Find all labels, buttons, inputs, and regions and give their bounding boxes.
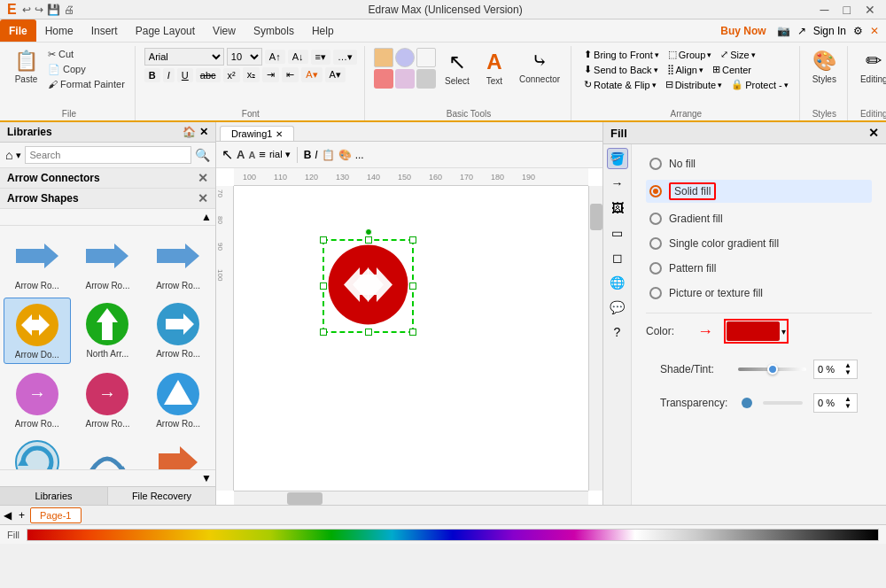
drawing1-tab[interactable]: Drawing1 ✕ — [220, 126, 294, 141]
list-item[interactable]: → Arrow Ro... — [74, 368, 142, 432]
outdent-btn[interactable]: ⇤ — [282, 67, 299, 82]
list-item[interactable]: Arched R... — [74, 436, 142, 469]
drawing-area[interactable] — [234, 186, 588, 491]
text-btn[interactable]: A Text — [478, 48, 510, 88]
menu-close-icon[interactable]: ✕ — [870, 25, 879, 37]
canvas-more-icon[interactable]: ... — [355, 149, 364, 161]
maximize-btn[interactable]: □ — [840, 3, 854, 17]
list-item[interactable]: Arrow For... — [144, 436, 212, 469]
lib-dropdown-icon[interactable]: ▾ — [16, 150, 21, 161]
pattern-fill-option[interactable]: Pattern fill — [646, 259, 872, 277]
handle-tc[interactable] — [365, 236, 372, 244]
minimize-btn[interactable]: ─ — [817, 3, 833, 17]
h-scroll-thumb[interactable] — [287, 492, 323, 505]
styles-btn[interactable]: 🎨 Styles — [809, 48, 840, 86]
italic-btn[interactable]: I — [163, 68, 175, 82]
v-scroll-thumb[interactable] — [590, 204, 602, 230]
close-fill-panel-btn[interactable]: ✕ — [868, 126, 879, 140]
libraries-tab[interactable]: Libraries — [0, 487, 108, 505]
shade-slider[interactable] — [738, 368, 806, 371]
format-painter-btn[interactable]: 🖌 Format Painter — [45, 78, 128, 90]
picture-fill-option[interactable]: Picture or texture fill — [646, 284, 872, 302]
shape-3-btn[interactable] — [416, 48, 436, 67]
shape-rect-btn[interactable] — [374, 48, 393, 67]
menu-view[interactable]: View — [204, 19, 245, 42]
send-to-back-btn[interactable]: ⬇ Send to Back ▾ — [580, 63, 661, 76]
v-scrollbar[interactable] — [588, 186, 602, 491]
align-btn[interactable]: ⣿ Align ▾ — [664, 63, 707, 76]
canvas-paste-icon[interactable]: 📋 — [322, 149, 335, 161]
copy-btn[interactable]: 📄 Copy — [45, 63, 128, 76]
menu-page-layout[interactable]: Page Layout — [127, 19, 204, 42]
shape-6-btn[interactable] — [416, 69, 436, 89]
close-btn[interactable]: ✕ — [861, 3, 879, 17]
transparency-value-input[interactable]: 0 % ▲ ▼ — [813, 393, 858, 413]
shape-4-btn[interactable] — [374, 69, 393, 89]
fill-question-icon[interactable]: ? — [607, 321, 628, 343]
color-dropdown-btn[interactable]: ▾ — [781, 327, 786, 337]
file-recovery-tab[interactable]: File Recovery — [108, 487, 215, 505]
h-scrollbar[interactable] — [234, 491, 588, 505]
sign-in-btn[interactable]: Sign In — [813, 25, 846, 37]
no-fill-option[interactable]: No fill — [646, 155, 872, 173]
paste-btn[interactable]: 📋 Paste — [11, 48, 42, 86]
transparency-down-btn[interactable]: ▼ — [844, 403, 857, 410]
shade-down-btn[interactable]: ▼ — [844, 369, 857, 376]
list-item[interactable]: Arrow Ro... — [144, 368, 212, 432]
list-item[interactable]: Arrow Ro... — [4, 229, 71, 294]
underline-btn[interactable]: U — [177, 68, 193, 82]
close-libraries-icon[interactable]: ✕ — [199, 126, 208, 138]
fill-arrow-icon[interactable]: → — [607, 173, 628, 194]
list-item[interactable]: Circular R... — [4, 436, 71, 469]
center-btn[interactable]: ⊞ Center — [709, 63, 755, 76]
font-family-select[interactable]: Arial — [144, 48, 224, 66]
handle-mr[interactable] — [409, 282, 416, 290]
redo-icon[interactable]: ↪ — [35, 4, 43, 16]
list-item[interactable]: → Arrow Ro... — [4, 368, 71, 432]
list-item[interactable]: Arrow Ro... — [144, 298, 212, 364]
color-palette-bar[interactable] — [27, 529, 879, 541]
lib-category-arrow-connectors[interactable]: Arrow Connectors ✕ — [0, 168, 215, 189]
transparency-thumb[interactable] — [742, 398, 752, 408]
gradient-fill-option[interactable]: Gradient fill — [646, 210, 872, 228]
subscript-btn[interactable]: x₂ — [243, 67, 260, 82]
menu-home[interactable]: Home — [36, 19, 82, 42]
indent-btn[interactable]: ⇥ — [262, 67, 279, 82]
page-1-tab[interactable]: Page-1 — [30, 507, 81, 523]
menu-file[interactable]: File — [0, 19, 36, 42]
align-tool-icon[interactable]: ≡ — [259, 148, 266, 161]
drawing1-tab-close[interactable]: ✕ — [276, 129, 283, 139]
canvas-color-icon[interactable]: 🎨 — [338, 149, 352, 161]
handle-tl[interactable] — [320, 236, 327, 244]
buy-now-btn[interactable]: Buy Now — [713, 25, 773, 37]
fill-shadow-icon[interactable]: ◻ — [607, 247, 628, 268]
font-size-select[interactable]: 10 — [227, 48, 262, 66]
print-icon[interactable]: 🖨 — [64, 4, 74, 16]
undo-icon[interactable]: ↩ — [22, 4, 31, 16]
lib-search-btn[interactable]: 🔍 — [195, 148, 210, 162]
menu-help[interactable]: Help — [303, 19, 343, 42]
lib-search-input[interactable] — [25, 146, 191, 164]
bold-btn[interactable]: B — [144, 68, 160, 82]
group-btn[interactable]: ⬚ Group ▾ — [664, 48, 716, 61]
fill-img-icon[interactable]: 🖼 — [607, 197, 628, 219]
fill-globe-icon[interactable]: 🌐 — [607, 272, 628, 293]
handle-tr[interactable] — [409, 236, 416, 244]
select-btn[interactable]: ↖ Select — [441, 48, 473, 88]
list-item[interactable]: North Arr... — [74, 298, 142, 364]
shape-container[interactable] — [323, 239, 414, 333]
home-icon[interactable]: 🏠 — [183, 126, 196, 138]
fill-stroke-icon[interactable]: ▭ — [607, 222, 628, 244]
menu-insert[interactable]: Insert — [82, 19, 127, 42]
save-icon[interactable]: 💾 — [47, 4, 60, 16]
font-color-btn[interactable]: A▾ — [325, 67, 346, 82]
list-item[interactable]: Arrow Ro... — [144, 229, 212, 294]
close-arrow-connectors-btn[interactable]: ✕ — [198, 171, 208, 185]
canvas-font-select[interactable]: rial ▾ — [269, 149, 291, 160]
font-decrease-btn[interactable]: A↓ — [288, 50, 308, 64]
color-swatch[interactable] — [727, 321, 780, 341]
connector-btn[interactable]: ⤷ Connector — [516, 48, 563, 86]
menu-symbols[interactable]: Symbols — [245, 19, 303, 42]
solid-fill-option[interactable]: Solid fill — [646, 180, 872, 203]
font-more-btn[interactable]: …▾ — [333, 50, 357, 65]
